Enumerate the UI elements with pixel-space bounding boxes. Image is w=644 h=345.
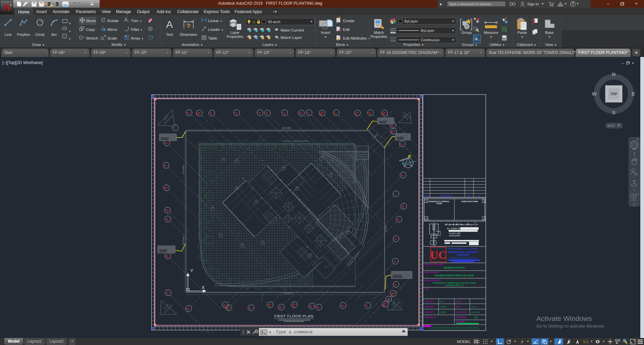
svg-text:8: 8 <box>164 141 168 145</box>
svg-text:E: E <box>222 303 227 307</box>
svg-text:9: 9 <box>163 164 167 167</box>
svg-text:TOP: TOP <box>610 92 617 96</box>
svg-text:5.110m: 5.110m <box>385 225 387 232</box>
svg-text:I: I <box>394 193 397 195</box>
svg-text:8 METRE PLANTING BUFFER: 8 METRE PLANTING BUFFER <box>283 140 308 142</box>
svg-text:CONSULTANT STAMP: CONSULTANT STAMP <box>461 201 478 203</box>
svg-text:Y: Y <box>190 268 193 273</box>
svg-text:B: B <box>299 111 303 115</box>
svg-text:A: A <box>165 217 169 221</box>
svg-text:00: 00 <box>474 316 478 319</box>
svg-text:H: H <box>401 205 405 209</box>
svg-text:DRAWN BY: DRAWN BY <box>425 300 434 302</box>
svg-text:DESIGN BY: DESIGN BY <box>425 306 434 308</box>
svg-text:( MARINA-PRG-03 ): ( MARINA-PRG-03 ) <box>445 284 464 286</box>
svg-text:?: ? <box>572 2 574 6</box>
svg-text:STAMP: STAMP <box>437 203 442 205</box>
svg-text:RESIDENTIAL TOWER (2B+G+M+46FL: RESIDENTIAL TOWER (2B+G+M+46FLOORS) <box>433 282 476 284</box>
svg-text:NAME OF PROJECT: NAME OF PROJECT <box>424 279 440 281</box>
svg-text:REV. NO.: REV. NO. <box>423 195 429 197</box>
svg-text:Architects,Engineers,Consultan: Architects,Engineers,Consultants. <box>449 257 477 259</box>
svg-text:6: 6 <box>186 111 190 115</box>
svg-text:9: 9 <box>316 306 320 309</box>
svg-text:DOHA-QATAR: DOHA-QATAR <box>449 235 460 237</box>
svg-text:P.O.BOX. 3082: P.O.BOX. 3082 <box>449 232 460 234</box>
svg-text:FIRST FLOOR PLAN: FIRST FLOOR PLAN <box>274 314 314 318</box>
svg-text:CENTER: CENTER <box>456 253 469 257</box>
svg-text:03oct11: 03oct11 <box>471 306 477 308</box>
svg-text:DESCRIPTION: DESCRIPTION <box>441 195 452 197</box>
svg-text:64.428m: 64.428m <box>282 127 291 129</box>
svg-text:C: C <box>334 111 338 115</box>
svg-text:udc12-1001: udc12-1001 <box>471 311 480 313</box>
svg-text:D: D <box>186 307 190 311</box>
svg-text:A: A <box>166 19 173 30</box>
svg-text:7: 7 <box>365 304 369 307</box>
svg-text:F: F <box>400 142 404 146</box>
svg-text:4: 4 <box>393 260 396 263</box>
svg-text:B: B <box>165 254 169 258</box>
svg-text:NASSER RASHID SURAIYA AL KAABI: NASSER RASHID SURAIYA AL KAABI <box>435 274 474 277</box>
svg-text:N: N <box>408 154 411 158</box>
svg-text:2: 2 <box>396 218 400 221</box>
svg-text:N: N <box>612 71 616 77</box>
svg-text:33.910m: 33.910m <box>182 236 185 245</box>
svg-text:6.785m: 6.785m <box>372 133 379 139</box>
svg-text:SCALE: SCALE <box>456 300 461 302</box>
svg-text:5: 5 <box>209 112 213 115</box>
svg-text:F: F <box>248 306 252 310</box>
svg-text:E: E <box>632 91 635 97</box>
svg-text:D: D <box>368 111 372 115</box>
svg-text:FILE NAME: FILE NAME <box>456 321 465 323</box>
svg-text:SAMER: SAMER <box>440 306 446 308</box>
svg-text:2: 2 <box>282 111 286 115</box>
svg-text:DRAWING NO:: DRAWING NO: <box>425 316 436 318</box>
svg-text:AL-SRAIYA: AL-SRAIYA <box>447 227 461 230</box>
svg-text:DATE: DATE <box>467 195 471 197</box>
svg-text:3: 3 <box>257 111 261 115</box>
svg-text:70.639 m: 70.639 m <box>283 292 293 294</box>
svg-text:BY: BY <box>478 195 480 197</box>
svg-text:3: 3 <box>393 237 397 241</box>
svg-text:WCS: WCS <box>608 124 615 127</box>
svg-text:4: 4 <box>234 111 238 115</box>
svg-text:7: 7 <box>172 126 176 130</box>
svg-text:JOB NUMBER: JOB NUMBER <box>456 311 467 313</box>
svg-text:G: G <box>279 305 283 309</box>
svg-text:C: C <box>400 173 404 177</box>
svg-text:MUNICIPALITY APPROVAL: MUNICIPALITY APPROVAL <box>429 201 449 203</box>
svg-text:5: 5 <box>393 283 397 286</box>
svg-text:A: A <box>265 111 269 115</box>
svg-text:REVISION NO.: REVISION NO. <box>456 316 467 318</box>
svg-text:X: X <box>202 285 205 290</box>
svg-text:8: 8 <box>340 304 344 307</box>
svg-text:S: S <box>612 110 615 115</box>
svg-text:H: H <box>309 305 313 308</box>
svg-text:LOCATION OF PROJECT: LOCATION OF PROJECT <box>424 264 444 266</box>
svg-text:NAME OF OWNER: NAME OF OWNER <box>424 271 439 273</box>
svg-text:MARINA DISTRICT: MARINA DISTRICT <box>444 267 465 269</box>
svg-text:CHECK BY: CHECK BY <box>425 311 434 313</box>
svg-text:T: T <box>433 241 434 244</box>
svg-text:34.046m: 34.046m <box>182 165 185 174</box>
svg-text:W: W <box>592 91 597 97</box>
svg-text:TITLE: TITLE <box>424 288 429 290</box>
svg-text:W.A.: W.A. <box>440 300 444 302</box>
svg-text:1: 1 <box>306 111 310 115</box>
svg-text:SAMER: SAMER <box>440 311 446 313</box>
svg-text:UC: UC <box>430 249 446 261</box>
svg-text:6: 6 <box>386 298 390 301</box>
svg-text:C: C <box>165 291 169 295</box>
svg-text:DATE: DATE <box>456 306 460 308</box>
svg-text:shall be reported to our engin: shall be reported to our engineering dep… <box>430 328 479 330</box>
